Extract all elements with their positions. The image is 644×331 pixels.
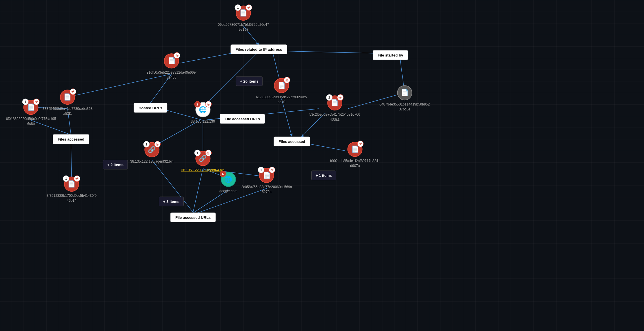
label-file-accessed-urls-bottom: File accessed URLs [170,213,216,222]
node-ip-label: 38.135.122.130 [191,119,215,124]
virus-icon-top: ☣ [246,4,252,11]
file-icon-6f01: ☣ 📄 1 [23,100,39,115]
node-file-top[interactable]: ☣ 📄 1 09ea99786071b7bfd5720a26e479e198 [218,6,269,32]
virus-icon-3f75: ☣ [74,175,80,182]
node-agent64[interactable]: ☣ 🔗 1 38.135.122.130/agent64.bin [181,151,224,173]
node-agent64-label: 38.135.122.130/agent64.bin [181,168,224,173]
node-file-21df[interactable]: ☣ 📄 21df50a3eb22ce3312da40e66ef8e465 [147,53,197,80]
node-6f01-label: 6f018628920d5f0c0e9f775fa1956c8b [6,117,56,126]
virus-icon-53c2: ☣ [337,94,343,101]
node-file-2c05[interactable]: ☣ 📄 1 2c0584f55b33a77e20060cc569a5279a [241,168,292,194]
node-21df-label: 21df50a3eb22ce3312da40e66ef8e465 [147,70,197,80]
file-icon-617: ☣ 📄 [274,78,289,93]
file-icon-3f75: ☣ 📄 1 [64,177,79,192]
badge-53c2: 2 [326,94,332,101]
node-file-b902[interactable]: ☣ 📄 b902cdb85a4e1f2af80717e8241d907a [330,142,380,168]
node-google[interactable]: 🌐 6 google.com [219,172,237,194]
node-file-617[interactable]: ☣ 📄 617180092c3935de27dfff0090e5de70 [256,78,307,105]
label-file-started-by: File started by [373,50,408,60]
virus-icon-2c05: ☣ [269,167,275,173]
count-1-items: + 1 items [311,171,336,180]
ip-icon: 🌐 2 ☣ [195,102,210,117]
label-files-accessed-left: Files accessed [53,134,89,144]
agent32-icon: ☣ 🔗 1 [144,142,159,157]
virus-badge-ip: ☣ [205,101,212,108]
svg-line-4 [272,51,388,54]
node-file-3f75[interactable]: ☣ 📄 1 3f7512338b1700d0cc5b41430f946b14 [47,177,97,203]
node-3f75-label: 3f7512338b1700d0cc5b41430f946b14 [47,193,97,203]
file-icon-53c2: ☣ 📄 2 [327,95,342,110]
label-files-accessed-right: Files accessed [274,137,310,146]
node-b902-label: b902cdb85a4e1f2af80717e8241d907a [330,159,380,168]
file-icon-048794: 📄 [397,85,412,100]
label-files-related-ip: Files related to IP address [231,45,287,54]
node-file-6f01[interactable]: ☣ 📄 1 6f018628920d5f0c0e9f775fa1956c8b [6,100,56,126]
node-53c2-label: 53c2f5ebde7c5417b2b4081070643da1 [309,112,360,122]
virus-icon-617: ☣ [284,77,290,83]
virus-icon-6f01: ☣ [33,99,40,105]
count-2-items: + 2 items [103,160,128,170]
node-2c05-label: 2c0584f55b33a77e20060cc569a5279a [241,185,292,194]
virus-icon-agent64: ☣ [205,150,212,156]
node-top-label: 09ea99786071b7bfd5720a26e479e198 [218,22,269,32]
svg-line-18 [193,169,203,212]
badge-6f01: 1 [22,99,29,105]
node-google-label: google.com [219,189,237,194]
badge-ip: 2 [194,101,201,108]
file-icon-21df: ☣ 📄 [164,53,179,68]
node-file-048794[interactable]: 📄 048794e35501b114419b50b95237bc6e [379,85,430,112]
label-hosted-urls: Hosted URLs [134,103,167,113]
node-617-label: 617180092c3935de27dfff0090e5de70 [256,95,307,105]
virus-icon-agent32: ☣ [154,141,161,148]
connection-lines [0,0,644,331]
agent64-icon: ☣ 🔗 1 [195,151,210,166]
badge-3f75: 1 [63,175,69,182]
label-file-accessed-urls-mid: File accessed URLs [220,114,265,124]
badge-agent64: 1 [194,150,201,156]
file-icon-383: ☣ 📄 [60,90,75,105]
file-icon-top: ☣ 📄 1 [236,6,251,21]
badge-2c05: 1 [258,167,264,173]
virus-icon-21df: ☣ [174,52,180,59]
node-ip-38-135[interactable]: 🌐 2 ☣ 38.135.122.130 [191,102,215,124]
badge-agent32: 1 [143,141,150,148]
google-icon: 🌐 6 [221,172,236,187]
virus-icon-383: ☣ [70,88,76,95]
file-icon-b902: ☣ 📄 [348,142,363,157]
node-agent32-label: 38.135.122.130/agent32.bin [130,159,173,164]
badge-top: 1 [235,4,241,11]
virus-icon-b902: ☣ [357,141,364,147]
node-048794-label: 048794e35501b114419b50b95237bc6e [379,102,430,112]
count-3-items: + 3 items [159,197,184,206]
node-file-53c2[interactable]: ☣ 📄 2 53c2f5ebde7c5417b2b4081070643da1 [309,95,360,122]
node-agent32[interactable]: ☣ 🔗 1 38.135.122.130/agent32.bin [130,142,173,164]
badge-google: 6 [220,171,226,177]
file-icon-2c05: ☣ 📄 1 [259,168,274,183]
